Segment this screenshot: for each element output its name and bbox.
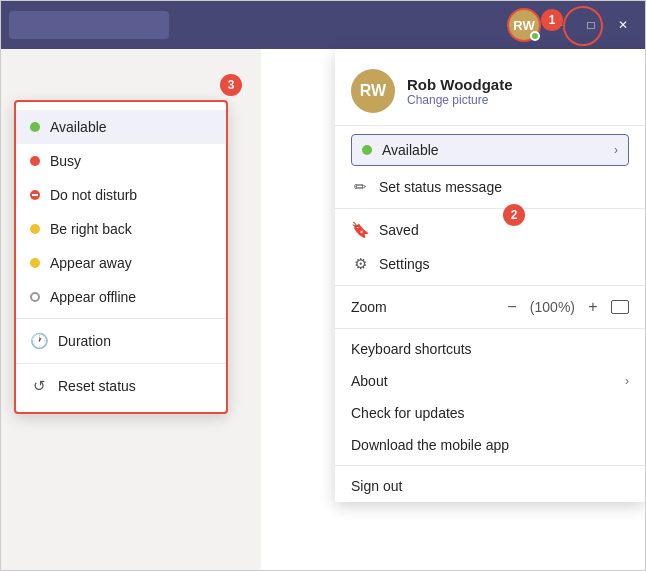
submenu-label-offline: Appear offline xyxy=(50,289,136,305)
reset-status-item[interactable]: ↺ Reset status xyxy=(16,368,226,404)
submenu-label-dnd: Do not disturb xyxy=(50,187,137,203)
status-available-label: Available xyxy=(382,142,439,158)
submenu-divider-1 xyxy=(16,318,226,319)
annotation-1: 1 xyxy=(541,9,563,31)
submenu-item-appear-away[interactable]: Appear away xyxy=(16,246,226,280)
zoom-plus-button[interactable]: + xyxy=(583,298,603,316)
change-picture-link[interactable]: Change picture xyxy=(407,93,629,107)
profile-dropdown: RW Rob Woodgate Change picture Available… xyxy=(335,49,645,502)
avatar-button[interactable]: RW xyxy=(507,8,541,42)
set-status-message-item[interactable]: ✏ Set status message xyxy=(335,170,645,204)
set-status-message-label: Set status message xyxy=(379,179,502,195)
submenu-label-brb: Be right back xyxy=(50,221,132,237)
divider-2 xyxy=(335,285,645,286)
profile-header: RW Rob Woodgate Change picture xyxy=(335,49,645,126)
zoom-level: (100%) xyxy=(530,299,575,315)
status-dot-active xyxy=(362,145,372,155)
main-content: 3 Available Busy Do not disturb xyxy=(1,49,645,571)
app-window: RW − □ ✕ 1 3 xyxy=(0,0,646,571)
avatar-initials: RW xyxy=(513,18,534,33)
status-dot-away xyxy=(30,258,40,268)
search-box[interactable] xyxy=(9,11,169,39)
left-panel: 3 Available Busy Do not disturb xyxy=(1,49,261,571)
about-label: About xyxy=(351,373,615,389)
profile-name: Rob Woodgate xyxy=(407,76,629,93)
saved-label: Saved xyxy=(379,222,419,238)
download-mobile-label: Download the mobile app xyxy=(351,437,509,453)
close-button[interactable]: ✕ xyxy=(609,11,637,39)
divider-3 xyxy=(335,328,645,329)
about-chevron-icon: › xyxy=(625,374,629,388)
duration-item[interactable]: 🕐 Duration xyxy=(16,323,226,359)
zoom-minus-button[interactable]: − xyxy=(502,298,522,316)
profile-avatar-initials: RW xyxy=(360,82,386,100)
profile-avatar: RW xyxy=(351,69,395,113)
annotation-3: 3 xyxy=(220,74,242,96)
sign-out-label: Sign out xyxy=(351,478,402,494)
status-chevron-icon: › xyxy=(614,143,618,157)
keyboard-shortcuts-item[interactable]: Keyboard shortcuts xyxy=(335,333,645,365)
avatar-status-dot xyxy=(530,31,540,41)
title-bar-right: RW − □ ✕ xyxy=(507,8,637,42)
submenu-item-available[interactable]: Available xyxy=(16,110,226,144)
submenu-item-appear-offline[interactable]: Appear offline xyxy=(16,280,226,314)
title-bar-left xyxy=(9,11,169,39)
divider-4 xyxy=(335,465,645,466)
status-dot-dnd xyxy=(30,190,40,200)
zoom-label: Zoom xyxy=(351,299,494,315)
saved-item[interactable]: 🔖 Saved xyxy=(335,213,645,247)
submenu-item-be-right-back[interactable]: Be right back xyxy=(16,212,226,246)
bookmark-icon: 🔖 xyxy=(351,221,369,239)
reset-status-label: Reset status xyxy=(58,378,136,394)
gear-icon: ⚙ xyxy=(351,255,369,273)
submenu-label-busy: Busy xyxy=(50,153,81,169)
reset-icon: ↺ xyxy=(30,377,48,395)
status-dot-offline xyxy=(30,292,40,302)
title-bar: RW − □ ✕ 1 xyxy=(1,1,645,49)
status-dot-busy xyxy=(30,156,40,166)
status-dot-brb xyxy=(30,224,40,234)
check-updates-item[interactable]: Check for updates xyxy=(335,397,645,429)
submenu-item-dnd[interactable]: Do not disturb xyxy=(16,178,226,212)
zoom-controls: − (100%) + xyxy=(502,298,629,316)
settings-item[interactable]: ⚙ Settings xyxy=(335,247,645,281)
message-icon: ✏ xyxy=(351,178,369,196)
check-updates-label: Check for updates xyxy=(351,405,465,421)
status-dot-available xyxy=(30,122,40,132)
maximize-button[interactable]: □ xyxy=(577,11,605,39)
divider-1 xyxy=(335,208,645,209)
sign-out-item[interactable]: Sign out xyxy=(335,470,645,502)
right-panel: RW Rob Woodgate Change picture Available… xyxy=(261,49,645,571)
download-mobile-item[interactable]: Download the mobile app xyxy=(335,429,645,461)
clock-icon: 🕐 xyxy=(30,332,48,350)
keyboard-shortcuts-label: Keyboard shortcuts xyxy=(351,341,472,357)
submenu-label-away: Appear away xyxy=(50,255,132,271)
profile-info: Rob Woodgate Change picture xyxy=(407,76,629,107)
status-available-item[interactable]: Available › xyxy=(351,134,629,166)
submenu-divider-2 xyxy=(16,363,226,364)
settings-label: Settings xyxy=(379,256,430,272)
submenu-label-available: Available xyxy=(50,119,107,135)
annotation-2: 2 xyxy=(503,204,525,226)
submenu-item-busy[interactable]: Busy xyxy=(16,144,226,178)
duration-label: Duration xyxy=(58,333,111,349)
status-submenu: 3 Available Busy Do not disturb xyxy=(15,101,227,413)
about-item[interactable]: About › xyxy=(335,365,645,397)
fit-screen-icon[interactable] xyxy=(611,300,629,314)
status-section: Available › xyxy=(335,126,645,170)
zoom-row: Zoom − (100%) + xyxy=(335,290,645,324)
